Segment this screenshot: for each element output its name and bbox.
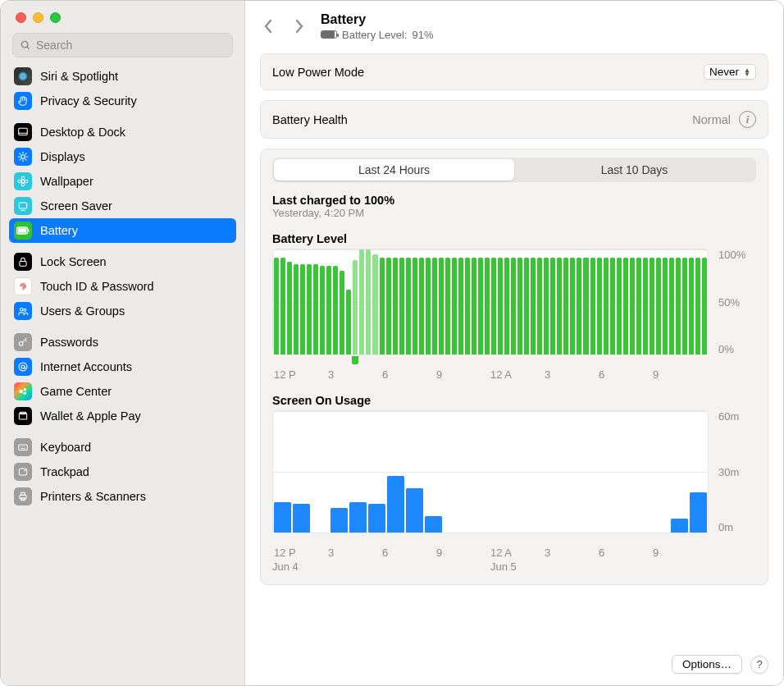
usage-bar xyxy=(406,488,423,533)
battery-health-label: Battery Health xyxy=(272,113,348,126)
x-tick: 3 xyxy=(545,547,599,559)
search-icon xyxy=(20,39,31,51)
y-tick: 30m xyxy=(718,466,756,478)
battery-bar xyxy=(413,258,417,354)
nav-arrows xyxy=(260,16,308,36)
sidebar-item-wallpaper[interactable]: Wallpaper xyxy=(9,169,236,194)
y-tick: 100% xyxy=(718,249,756,261)
x-tick: 12 P xyxy=(274,368,328,381)
svg-point-26 xyxy=(24,309,26,311)
close-window-button[interactable] xyxy=(16,12,26,23)
x-tick: 3 xyxy=(545,368,599,381)
battery-bar xyxy=(346,290,351,354)
battery-bar xyxy=(531,258,536,354)
sidebar-item-game-center[interactable]: Game Center xyxy=(9,379,236,404)
y-tick: 60m xyxy=(718,410,756,423)
x-tick: 9 xyxy=(653,547,707,559)
page-title: Battery xyxy=(321,12,434,27)
usage-bar xyxy=(330,508,348,533)
svg-line-11 xyxy=(25,159,26,160)
key-icon xyxy=(14,333,32,351)
search-input[interactable] xyxy=(36,39,226,52)
sidebar-item-internet-accounts[interactable]: Internet Accounts xyxy=(9,354,236,379)
screen-usage-xticks: 12 P36912 A369 xyxy=(272,547,709,559)
forward-button[interactable] xyxy=(291,16,308,36)
sidebar-item-trackpad[interactable]: Trackpad xyxy=(9,460,236,484)
svg-rect-23 xyxy=(28,229,29,232)
battery-bar xyxy=(623,258,628,354)
minimize-window-button[interactable] xyxy=(33,12,43,23)
sidebar-item-screen-saver[interactable]: Screen Saver xyxy=(9,194,236,218)
tab-last-10-days[interactable]: Last 10 Days xyxy=(514,159,754,181)
low-power-mode-label: Low Power Mode xyxy=(272,66,364,79)
siri-icon xyxy=(14,67,32,85)
sidebar-item-displays[interactable]: Displays xyxy=(9,144,236,169)
x-tick: 12 P xyxy=(274,547,328,559)
usage-card: Last 24 HoursLast 10 Days Last charged t… xyxy=(260,149,768,585)
search-field[interactable] xyxy=(12,33,233,57)
search-container xyxy=(1,23,244,64)
sidebar-item-privacy-security[interactable]: Privacy & Security xyxy=(9,89,236,113)
low-power-mode-select[interactable]: Never ▲▼ xyxy=(704,64,756,80)
sidebar-item-battery[interactable]: Battery xyxy=(9,218,236,243)
sidebar-item-desktop-dock[interactable]: Desktop & Dock xyxy=(9,120,236,144)
time-range-segmented[interactable]: Last 24 HoursLast 10 Days xyxy=(272,158,756,182)
usage-bar xyxy=(274,502,291,533)
battery-bar xyxy=(610,258,615,354)
tab-last-24-hours[interactable]: Last 24 Hours xyxy=(274,159,514,181)
sidebar-item-touch-id-password[interactable]: Touch ID & Password xyxy=(9,274,236,299)
sidebar-item-siri-spotlight[interactable]: Siri & Spotlight xyxy=(9,64,236,89)
battery-bar xyxy=(663,258,668,354)
system-settings-window: Siri & SpotlightPrivacy & SecurityDeskto… xyxy=(0,0,784,686)
date-label: Jun 5 xyxy=(490,560,709,573)
zoom-window-button[interactable] xyxy=(50,12,61,23)
battery-bar xyxy=(517,258,522,354)
page-subtitle: Battery Level: 91% xyxy=(321,29,434,41)
battery-bar xyxy=(604,258,609,354)
usage-bar xyxy=(349,502,367,533)
x-tick: 3 xyxy=(328,547,382,559)
sidebar-item-passwords[interactable]: Passwords xyxy=(9,330,236,354)
sidebar-item-wallet-apple-pay[interactable]: Wallet & Apple Pay xyxy=(9,404,236,428)
sidebar-item-keyboard[interactable]: Keyboard xyxy=(9,435,236,460)
battery-bar xyxy=(656,258,661,354)
sidebar-item-label: Keyboard xyxy=(40,441,91,454)
svg-point-2 xyxy=(18,71,28,81)
battery-level-chart xyxy=(272,249,709,355)
battery-bar xyxy=(393,258,398,354)
low-power-mode-value: Never xyxy=(709,66,739,78)
sidebar-item-label: Printers & Scanners xyxy=(40,490,146,503)
back-button[interactable] xyxy=(260,16,276,36)
svg-rect-39 xyxy=(19,469,26,475)
battery-bar xyxy=(307,264,312,354)
screen-usage-section: Screen On Usage 12 P36912 A369 Jun 4Jun … xyxy=(272,394,756,573)
sidebar-item-users-groups[interactable]: Users & Groups xyxy=(9,299,236,323)
usage-bar xyxy=(690,492,707,533)
svg-rect-24 xyxy=(20,261,26,266)
x-tick: 6 xyxy=(599,368,653,381)
battery-health-info-button[interactable]: i xyxy=(739,111,756,128)
battery-bar xyxy=(669,258,674,354)
sidebar-item-label: Lock Screen xyxy=(40,255,107,268)
last-charged-when: Yesterday, 4:20 PM xyxy=(272,207,756,219)
x-tick: 9 xyxy=(436,368,490,381)
battery-bar xyxy=(504,258,509,354)
svg-line-13 xyxy=(25,153,26,154)
battery-bar xyxy=(280,258,285,354)
battery-bar xyxy=(524,258,529,354)
battery-bar xyxy=(577,258,581,354)
svg-point-14 xyxy=(21,180,25,183)
svg-rect-3 xyxy=(19,128,28,135)
gc-icon xyxy=(14,382,32,400)
options-button[interactable]: Options… xyxy=(672,655,742,674)
help-button[interactable]: ? xyxy=(750,656,768,674)
svg-point-30 xyxy=(24,388,26,391)
sidebar-item-printers-scanners[interactable]: Printers & Scanners xyxy=(9,484,236,509)
battery-level-section: Battery Level 12 P36912 A369 100%50%0% xyxy=(272,232,756,381)
battery-bar xyxy=(419,258,424,354)
svg-line-10 xyxy=(20,153,21,154)
x-tick: 12 A xyxy=(490,547,545,559)
sidebar-item-lock-screen[interactable]: Lock Screen xyxy=(9,249,236,274)
battery-bar xyxy=(340,271,344,354)
battery-bar xyxy=(643,258,648,354)
